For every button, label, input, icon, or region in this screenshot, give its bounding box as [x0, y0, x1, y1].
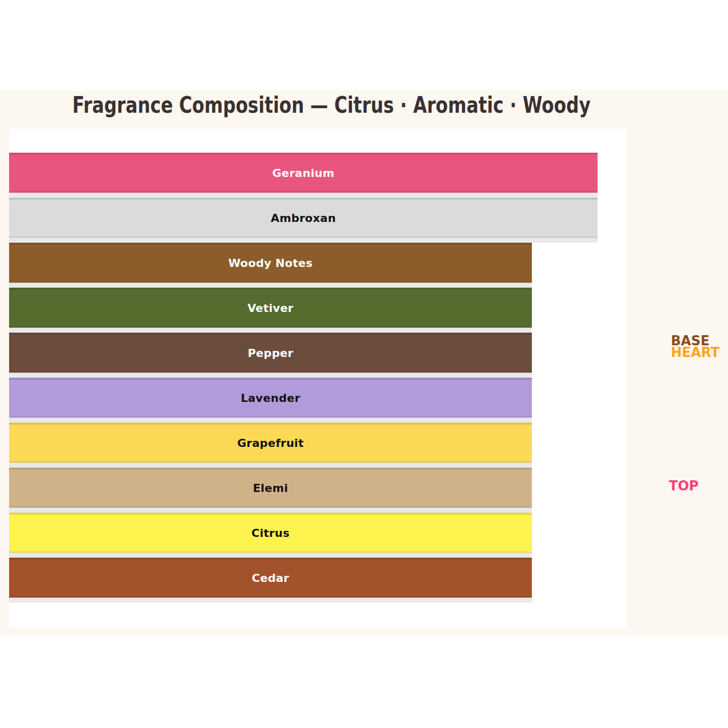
bar-row: Woody Notes: [9, 243, 532, 288]
bar-shadow-track: [9, 238, 598, 243]
bar-geranium: Geranium: [9, 153, 598, 193]
chart-panel: Geranium Ambroxan Woody Notes Vetiver Pe…: [9, 129, 627, 628]
bar-row: Elemi: [9, 468, 532, 513]
bar-row: Citrus: [9, 513, 532, 558]
bar-lavender: Lavender: [9, 378, 532, 418]
bar-label: Citrus: [251, 527, 290, 539]
bar-label: Geranium: [272, 167, 335, 179]
bar-vetiver: Vetiver: [9, 288, 532, 328]
bar-label: Elemi: [253, 482, 288, 494]
bar-shadow-track: [9, 328, 532, 333]
bar-shadow-track: [9, 553, 532, 558]
bar-shadow-track: [9, 463, 532, 468]
bar-ambroxan: Ambroxan: [9, 198, 598, 238]
bar-label: Pepper: [248, 347, 293, 359]
bar-shadow-track: [9, 373, 532, 378]
bar-elemi: Elemi: [9, 468, 532, 508]
bar-shadow-track: [9, 508, 532, 513]
bar-pepper: Pepper: [9, 333, 532, 373]
bar-label: Ambroxan: [271, 212, 336, 224]
bar-row: Grapefruit: [9, 423, 532, 468]
bar-label: Grapefruit: [237, 437, 304, 449]
bar-grapefruit: Grapefruit: [9, 423, 532, 463]
bar-label: Vetiver: [247, 302, 293, 314]
bar-label: Woody Notes: [229, 257, 313, 269]
bar-label: Lavender: [241, 392, 300, 404]
bar-row: Ambroxan: [9, 198, 598, 243]
bar-row: Geranium: [9, 153, 598, 198]
bar-woody-notes: Woody Notes: [9, 243, 532, 283]
bar-citrus: Citrus: [9, 513, 532, 553]
bar-row: Cedar: [9, 558, 532, 603]
bar-shadow-track: [9, 283, 532, 288]
chart-title: Fragrance Composition — Citrus · Aromati…: [72, 94, 590, 116]
bar-shadow-track: [9, 598, 532, 603]
bar-shadow-track: [9, 193, 598, 198]
page: Fragrance Composition — Citrus · Aromati…: [0, 0, 728, 728]
bar-label: Cedar: [252, 572, 289, 584]
legend-label-top: TOP: [669, 479, 699, 492]
bar-row: Vetiver: [9, 288, 532, 333]
bar-shadow-track: [9, 418, 532, 423]
bar-row: Pepper: [9, 333, 532, 378]
bar-row: Lavender: [9, 378, 532, 423]
bar-cedar: Cedar: [9, 558, 532, 598]
legend-label-heart: HEART: [671, 346, 719, 359]
